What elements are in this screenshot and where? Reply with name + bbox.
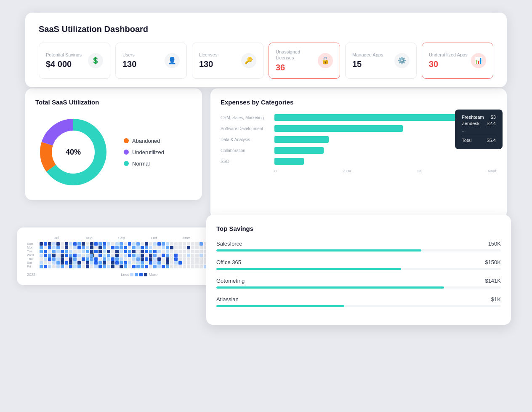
heatmap-cell[interactable]: [128, 246, 131, 249]
heatmap-cell[interactable]: [44, 242, 47, 246]
heatmap-cell[interactable]: [157, 254, 161, 257]
heatmap-cell[interactable]: [90, 257, 93, 261]
heatmap-cell[interactable]: [98, 254, 102, 257]
heatmap-cell[interactable]: [40, 254, 43, 257]
heatmap-cell[interactable]: [56, 261, 60, 265]
heatmap-cell[interactable]: [111, 265, 114, 268]
heatmap-cell[interactable]: [103, 265, 106, 268]
heatmap-cell[interactable]: [103, 261, 106, 265]
heatmap-cell[interactable]: [94, 265, 98, 268]
heatmap-cell[interactable]: [56, 250, 60, 253]
heatmap-cell[interactable]: [48, 254, 51, 257]
heatmap-cell[interactable]: [141, 246, 144, 249]
heatmap-cell[interactable]: [65, 242, 68, 246]
heatmap-cell[interactable]: [162, 261, 165, 265]
heatmap-cell[interactable]: [120, 261, 123, 265]
heatmap-cell[interactable]: [86, 254, 89, 257]
heatmap-cell[interactable]: [149, 250, 152, 253]
heatmap-cell[interactable]: [98, 242, 102, 246]
heatmap-cell[interactable]: [69, 246, 72, 249]
heatmap-cell[interactable]: [111, 261, 114, 265]
heatmap-cell[interactable]: [187, 246, 190, 249]
heatmap-cell[interactable]: [115, 265, 119, 268]
heatmap-cell[interactable]: [111, 246, 114, 249]
heatmap-cell[interactable]: [61, 250, 64, 253]
heatmap-cell[interactable]: [174, 246, 178, 249]
heatmap-cell[interactable]: [111, 250, 114, 253]
heatmap-cell[interactable]: [69, 257, 72, 261]
heatmap-cell[interactable]: [166, 254, 169, 257]
heatmap-cell[interactable]: [191, 242, 194, 246]
heatmap-cell[interactable]: [132, 250, 136, 253]
heatmap-cell[interactable]: [115, 257, 119, 261]
heatmap-cell[interactable]: [174, 254, 178, 257]
heatmap-cell[interactable]: [153, 242, 157, 246]
heatmap-cell[interactable]: [178, 246, 182, 249]
heatmap-cell[interactable]: [69, 261, 72, 265]
heatmap-cell[interactable]: [40, 246, 43, 249]
heatmap-cell[interactable]: [103, 250, 106, 253]
heatmap-cell[interactable]: [183, 265, 186, 268]
heatmap-cell[interactable]: [166, 265, 169, 268]
heatmap-cell[interactable]: [136, 246, 140, 249]
heatmap-cell[interactable]: [90, 254, 93, 257]
heatmap-cell[interactable]: [107, 246, 110, 249]
heatmap-cell[interactable]: [132, 265, 136, 268]
heatmap-cell[interactable]: [195, 250, 199, 253]
heatmap-cell[interactable]: [94, 257, 98, 261]
heatmap-cell[interactable]: [200, 242, 203, 246]
heatmap-cell[interactable]: [103, 257, 106, 261]
heatmap-cell[interactable]: [120, 246, 123, 249]
heatmap-cell[interactable]: [149, 254, 152, 257]
heatmap-cell[interactable]: [40, 261, 43, 265]
heatmap-cell[interactable]: [86, 250, 89, 253]
heatmap-cell[interactable]: [145, 242, 148, 246]
heatmap-cell[interactable]: [136, 265, 140, 268]
heatmap-cell[interactable]: [90, 250, 93, 253]
heatmap-cell[interactable]: [56, 265, 60, 268]
heatmap-cell[interactable]: [145, 254, 148, 257]
heatmap-cell[interactable]: [73, 254, 77, 257]
heatmap-cell[interactable]: [107, 242, 110, 246]
heatmap-cell[interactable]: [44, 261, 47, 265]
heatmap-cell[interactable]: [162, 257, 165, 261]
heatmap-cell[interactable]: [200, 257, 203, 261]
heatmap-cell[interactable]: [187, 265, 190, 268]
heatmap-cell[interactable]: [136, 250, 140, 253]
heatmap-cell[interactable]: [149, 257, 152, 261]
heatmap-cell[interactable]: [174, 261, 178, 265]
heatmap-cell[interactable]: [200, 246, 203, 249]
heatmap-cell[interactable]: [157, 257, 161, 261]
heatmap-cell[interactable]: [44, 254, 47, 257]
heatmap-cell[interactable]: [162, 265, 165, 268]
heatmap-cell[interactable]: [128, 261, 131, 265]
heatmap-cell[interactable]: [44, 257, 47, 261]
heatmap-cell[interactable]: [195, 254, 199, 257]
heatmap-cell[interactable]: [195, 257, 199, 261]
heatmap-cell[interactable]: [120, 265, 123, 268]
heatmap-cell[interactable]: [170, 265, 173, 268]
heatmap-cell[interactable]: [48, 261, 51, 265]
heatmap-cell[interactable]: [136, 257, 140, 261]
heatmap-cell[interactable]: [157, 265, 161, 268]
heatmap-cell[interactable]: [40, 257, 43, 261]
heatmap-cell[interactable]: [69, 242, 72, 246]
heatmap-cell[interactable]: [107, 261, 110, 265]
heatmap-cell[interactable]: [107, 265, 110, 268]
heatmap-cell[interactable]: [111, 257, 114, 261]
heatmap-cell[interactable]: [98, 261, 102, 265]
heatmap-cell[interactable]: [52, 265, 56, 268]
heatmap-cell[interactable]: [107, 254, 110, 257]
heatmap-cell[interactable]: [124, 250, 127, 253]
heatmap-cell[interactable]: [124, 261, 127, 265]
heatmap-cell[interactable]: [178, 250, 182, 253]
heatmap-cell[interactable]: [65, 265, 68, 268]
heatmap-cell[interactable]: [132, 254, 136, 257]
heatmap-cell[interactable]: [170, 242, 173, 246]
heatmap-cell[interactable]: [120, 254, 123, 257]
heatmap-cell[interactable]: [166, 261, 169, 265]
heatmap-cell[interactable]: [153, 261, 157, 265]
heatmap-cell[interactable]: [183, 254, 186, 257]
heatmap-cell[interactable]: [94, 261, 98, 265]
heatmap-cell[interactable]: [94, 254, 98, 257]
